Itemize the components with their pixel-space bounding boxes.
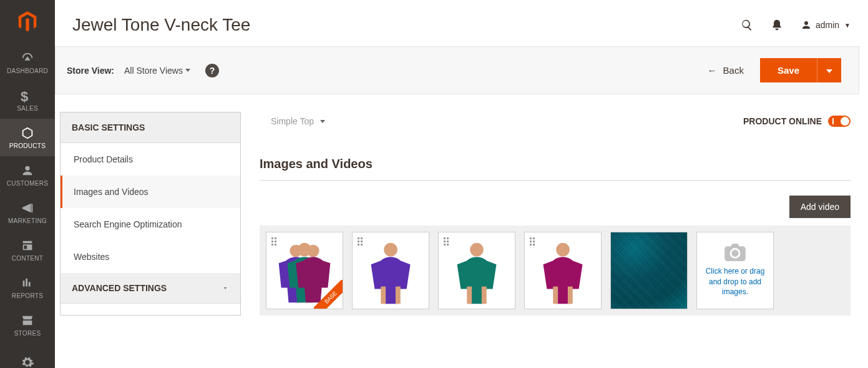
tab-images-and-videos[interactable]: Images and Videos	[61, 176, 240, 208]
chevron-down-icon	[320, 120, 325, 123]
svg-rect-10	[467, 287, 472, 304]
product-type-selector[interactable]: Simple Top	[260, 116, 325, 126]
add-video-button[interactable]: Add video	[789, 196, 851, 218]
upload-image-tile[interactable]: Click here or drag and drop to add image…	[696, 232, 774, 309]
magento-logo[interactable]	[0, 0, 55, 44]
drag-handle-icon[interactable]	[444, 237, 450, 246]
nav-sales[interactable]: $ SALES	[0, 81, 55, 119]
nav-customers[interactable]: CUSTOMERS	[0, 156, 55, 194]
nav-dashboard[interactable]: DASHBOARD	[0, 44, 55, 81]
page-actions-toolbar: Store View: All Store Views ? ← Back Sav…	[55, 46, 859, 94]
save-dropdown-button[interactable]	[817, 58, 841, 82]
product-online-label: PRODUCT ONLINE	[743, 116, 822, 126]
basic-settings-heading[interactable]: BASIC SETTINGS	[61, 112, 240, 143]
product-image	[525, 232, 601, 309]
svg-rect-14	[553, 287, 558, 304]
chevron-down-icon	[222, 284, 229, 292]
section-title: Images and Videos	[260, 157, 851, 171]
content-area: Simple Top PRODUCT ONLINE Images and Vid…	[260, 112, 851, 316]
svg-point-9	[470, 243, 484, 257]
svg-rect-11	[482, 287, 487, 304]
image-thumb-base[interactable]: BASE	[266, 232, 343, 309]
store-view-selector[interactable]: All Store Views	[124, 66, 190, 76]
image-thumb-swatch[interactable]	[610, 232, 688, 309]
bell-icon[interactable]	[771, 19, 783, 31]
chevron-down-icon	[185, 69, 190, 72]
caret-down-icon: ▼	[844, 22, 851, 29]
image-thumb[interactable]	[524, 232, 602, 309]
base-badge: BASE	[314, 280, 343, 309]
nav-content[interactable]: CONTENT	[0, 231, 55, 269]
save-button[interactable]: Save	[760, 58, 817, 82]
store-view-label: Store View:	[67, 66, 114, 76]
page-title: Jewel Tone V-neck Tee	[72, 15, 741, 35]
svg-point-3	[307, 245, 319, 257]
svg-point-13	[556, 243, 570, 257]
search-icon[interactable]	[741, 19, 753, 31]
drag-handle-icon[interactable]	[358, 237, 364, 246]
admin-user-menu[interactable]: admin ▼	[801, 19, 851, 31]
nav-products[interactable]: PRODUCTS	[0, 119, 55, 156]
arrow-left-icon: ←	[708, 65, 717, 76]
nav-reports[interactable]: REPORTS	[0, 269, 55, 306]
nav-marketing[interactable]: MARKETING	[0, 194, 55, 231]
svg-rect-6	[381, 287, 386, 304]
back-button[interactable]: ← Back	[708, 65, 744, 76]
dollar-icon: $	[21, 89, 34, 102]
drag-handle-icon[interactable]	[530, 237, 536, 246]
help-icon[interactable]: ?	[205, 64, 219, 77]
product-image	[353, 232, 429, 309]
settings-tabs-panel: BASIC SETTINGS Product Details Images an…	[60, 112, 241, 316]
product-online-toggle[interactable]	[828, 116, 851, 127]
image-gallery: BASE	[260, 226, 851, 316]
svg-point-5	[384, 243, 397, 257]
nav-stores[interactable]: STORES	[0, 306, 55, 344]
nav-system[interactable]	[0, 344, 55, 368]
user-icon	[801, 19, 812, 31]
svg-rect-7	[396, 287, 401, 304]
svg-rect-15	[568, 287, 573, 304]
image-thumb[interactable]	[438, 232, 515, 309]
tab-product-details[interactable]: Product Details	[61, 143, 240, 176]
drag-handle-icon[interactable]	[271, 237, 278, 246]
product-image	[439, 232, 515, 309]
tab-websites[interactable]: Websites	[61, 241, 240, 273]
image-thumb[interactable]	[352, 232, 429, 309]
chevron-down-icon	[826, 69, 832, 73]
tab-seo[interactable]: Search Engine Optimization	[61, 208, 240, 241]
camera-icon	[724, 244, 746, 261]
admin-sidebar: DASHBOARD $ SALES PRODUCTS CUSTOMERS MAR…	[0, 0, 55, 368]
advanced-settings-heading[interactable]: ADVANCED SETTINGS	[61, 273, 240, 304]
product-image	[611, 232, 687, 309]
